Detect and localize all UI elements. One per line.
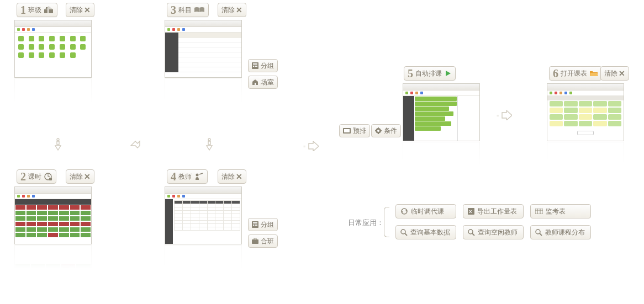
arrow-diag-icon bbox=[129, 138, 142, 151]
close-icon: ✕ bbox=[236, 6, 242, 14]
step-1-clear-button[interactable]: 清除 ✕ bbox=[66, 3, 94, 17]
svg-rect-7 bbox=[253, 66, 254, 67]
preschedule-label: 预排 bbox=[353, 126, 366, 136]
action-label: 临时调代课 bbox=[411, 207, 444, 216]
svg-rect-35 bbox=[57, 141, 59, 145]
svg-rect-8 bbox=[255, 66, 256, 67]
svg-rect-33 bbox=[254, 238, 256, 240]
teacher-course-dist-button[interactable]: 教师课程分布 bbox=[530, 225, 591, 239]
svg-line-58 bbox=[540, 233, 542, 236]
svg-text:≡: ≡ bbox=[303, 145, 305, 148]
step-4-label: 教师 bbox=[178, 172, 192, 182]
group-button[interactable]: 分组 bbox=[248, 59, 278, 72]
step-3-button[interactable]: 3 科目 bbox=[167, 3, 209, 17]
exam-table-button[interactable]: 监考表 bbox=[530, 204, 591, 218]
step-4-number: 4 bbox=[171, 170, 176, 183]
step-1-thumbnail[interactable] bbox=[14, 20, 92, 78]
room-label: 场室 bbox=[261, 78, 274, 87]
clear-label: 清除 bbox=[70, 6, 83, 15]
svg-rect-30 bbox=[255, 225, 256, 226]
preschedule-button[interactable]: 预排 bbox=[339, 124, 370, 137]
clear-label: 清除 bbox=[604, 69, 617, 78]
thumb-titlebar bbox=[15, 20, 91, 27]
merge-class-button[interactable]: 合班 bbox=[248, 234, 278, 248]
step-5-label: 自动排课 bbox=[415, 69, 442, 78]
step-2-number: 2 bbox=[20, 170, 26, 183]
thumb-toolbar bbox=[165, 27, 241, 33]
svg-rect-1 bbox=[49, 9, 53, 13]
calculator-icon bbox=[252, 62, 258, 69]
svg-point-38 bbox=[208, 138, 210, 141]
query-basic-data-button[interactable]: 查询基本数据 bbox=[395, 225, 456, 239]
svg-rect-14 bbox=[344, 129, 350, 132]
daily-apps-label: 日常应用： bbox=[348, 218, 384, 228]
step-6-number: 6 bbox=[553, 67, 558, 80]
step-5-button[interactable]: 5 自动排课 bbox=[404, 66, 456, 81]
step-6-thumbnail[interactable] bbox=[547, 83, 624, 141]
thumb-titlebar bbox=[165, 187, 241, 194]
step-6-button[interactable]: 6 打开课表 bbox=[549, 66, 602, 81]
close-icon: ✕ bbox=[84, 6, 91, 14]
svg-text:≡: ≡ bbox=[497, 114, 499, 118]
step-2-thumbnail[interactable] bbox=[14, 186, 92, 244]
arrow-down-icon bbox=[53, 138, 63, 151]
step-4-button[interactable]: 4 教师 bbox=[167, 169, 208, 184]
step-1-button[interactable]: 1 班级 bbox=[17, 3, 57, 17]
clear-label: 清除 bbox=[70, 172, 83, 182]
temp-substitute-button[interactable]: 临时调代课 bbox=[395, 204, 456, 218]
svg-rect-19 bbox=[375, 130, 376, 131]
calendar-icon bbox=[343, 128, 351, 134]
action-label: 导出工作量表 bbox=[477, 207, 517, 216]
action-label: 查询基本数据 bbox=[410, 228, 450, 237]
step-5-thumbnail[interactable] bbox=[403, 83, 480, 141]
thumb-body bbox=[165, 33, 241, 77]
step-2-label: 课时 bbox=[28, 172, 41, 182]
arrow-right-icon: ≡ bbox=[497, 110, 512, 120]
svg-point-55 bbox=[468, 230, 473, 234]
svg-rect-17 bbox=[378, 127, 379, 129]
room-button[interactable]: 场室 bbox=[248, 76, 278, 89]
svg-marker-42 bbox=[309, 141, 319, 151]
thumb-titlebar bbox=[403, 84, 479, 90]
export-workload-button[interactable]: X 导出工作量表 bbox=[463, 204, 524, 218]
svg-marker-44 bbox=[502, 110, 512, 120]
step-3-clear-button[interactable]: 清除 ✕ bbox=[218, 3, 246, 17]
step-1-number: 1 bbox=[20, 4, 26, 17]
svg-point-25 bbox=[196, 174, 199, 177]
svg-rect-18 bbox=[378, 133, 379, 134]
excel-icon: X bbox=[468, 208, 474, 215]
search-icon bbox=[468, 229, 475, 236]
svg-rect-31 bbox=[256, 225, 257, 226]
thumb-toolbar bbox=[165, 194, 241, 199]
step-6-label: 打开课表 bbox=[561, 69, 587, 78]
svg-marker-3 bbox=[44, 6, 53, 9]
thumb-body bbox=[15, 199, 91, 244]
step-4-thumbnail[interactable] bbox=[165, 186, 242, 244]
action-label: 教师课程分布 bbox=[545, 228, 585, 237]
arrow-right-icon: ≡ bbox=[303, 141, 319, 151]
thumb-titlebar bbox=[165, 20, 241, 27]
thumb-body bbox=[547, 96, 624, 141]
svg-rect-9 bbox=[256, 66, 257, 67]
group-button-4[interactable]: 分组 bbox=[248, 218, 278, 231]
condition-label: 条件 bbox=[384, 126, 397, 136]
svg-marker-40 bbox=[207, 146, 212, 150]
thumb-body bbox=[165, 199, 241, 244]
svg-point-16 bbox=[377, 130, 379, 132]
folder-open-icon bbox=[589, 70, 598, 77]
step-2-clear-button[interactable]: 清除 ✕ bbox=[66, 169, 94, 184]
condition-button[interactable]: 条件 bbox=[371, 124, 401, 137]
step-2-button[interactable]: 2 课时 bbox=[17, 169, 56, 184]
thumb-body bbox=[15, 33, 91, 77]
svg-rect-49 bbox=[535, 209, 543, 214]
step-6-reflection bbox=[547, 142, 624, 175]
step-4-clear-button[interactable]: 清除 ✕ bbox=[218, 169, 246, 184]
thumb-toolbar bbox=[15, 194, 91, 199]
step-6-clear-button[interactable]: 清除 ✕ bbox=[600, 66, 629, 81]
svg-marker-37 bbox=[131, 141, 140, 148]
query-free-teacher-button[interactable]: 查询空闲教师 bbox=[463, 225, 524, 239]
step-2-reflection bbox=[14, 245, 92, 278]
house-icon bbox=[44, 6, 54, 14]
step-3-thumbnail[interactable] bbox=[165, 20, 242, 78]
group-label: 分组 bbox=[261, 220, 274, 230]
